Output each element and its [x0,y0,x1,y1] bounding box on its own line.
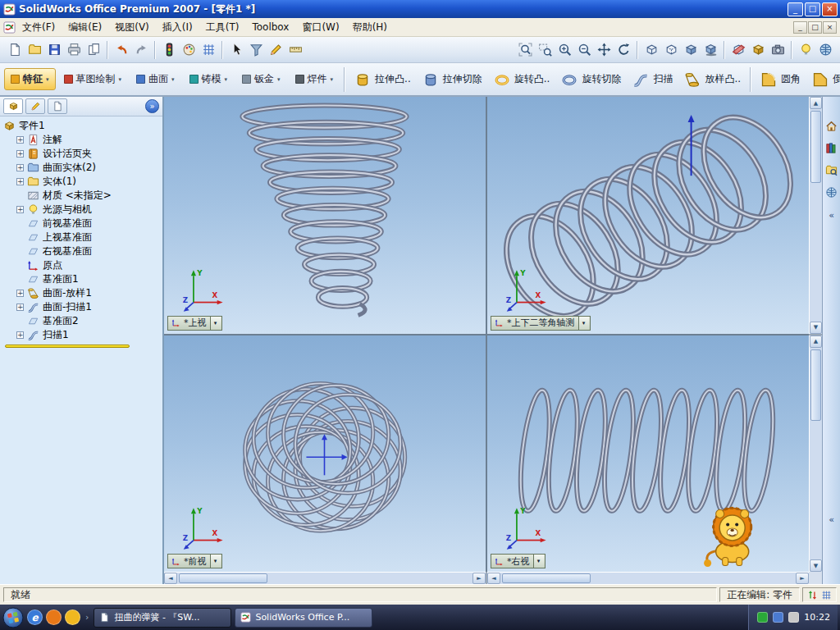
tab-molds[interactable]: 铸模 ▾ [183,68,235,90]
scrollbar-thumb[interactable] [502,573,591,583]
selection-filter[interactable] [246,40,266,60]
tree-item[interactable]: + 实体(1) [0,175,162,189]
design-library[interactable] [824,140,839,155]
tree-item[interactable]: + 基准面2 [0,314,162,328]
scroll-right-button[interactable]: ► [472,573,486,584]
select[interactable] [226,40,246,60]
scrollbar-vertical[interactable]: ▲ ▼ [809,336,822,573]
edit-color[interactable] [179,40,199,60]
minimize-button[interactable]: _ [788,2,803,16]
redo[interactable] [131,40,151,60]
tree-item[interactable]: + 注解 [0,133,162,147]
mdi-minimize-button[interactable]: _ [793,21,807,34]
internet-quick-launch[interactable]: e [27,609,43,625]
viewport-bottom-right[interactable]: X Y Z *右视 ▾ [487,336,809,573]
view-orientation[interactable] [748,40,768,60]
chevron-down-icon[interactable]: ▾ [578,317,589,330]
chamfer-button[interactable]: 倒角 [806,67,840,92]
revolved-boss-button[interactable]: 旋转凸.. [488,67,556,92]
scrollbar-thumb[interactable] [810,111,821,183]
start-button[interactable] [2,607,24,628]
tree-item[interactable]: + 前视基准面 [0,217,162,231]
tree-item[interactable]: + 原点 [0,258,162,272]
zoom-to-area[interactable] [535,40,555,60]
scrollbar-vertical[interactable]: ▲ ▼ [809,97,822,334]
tree-item[interactable]: + 曲面-放样1 [0,286,162,300]
scroll-up-button[interactable]: ▲ [810,97,822,109]
collapse-chevron[interactable]: « [829,210,834,221]
sketch[interactable] [266,40,285,60]
zoom-to-fit[interactable] [515,40,535,60]
tab-surfaces[interactable]: 曲面 ▾ [130,68,181,90]
expand-icon[interactable]: + [16,150,24,158]
tree-item[interactable]: + 曲面实体(2) [0,161,162,175]
tree-item[interactable]: + 基准面1 [0,272,162,286]
tree-item[interactable]: + 上视基准面 [0,231,162,244]
collapse-chevron-lower[interactable]: « [829,514,834,525]
chevron-down-icon[interactable]: ▾ [533,555,544,568]
new-document[interactable] [5,40,25,60]
standard-views[interactable] [815,40,835,60]
viewport-top-right[interactable]: X Y Z *上下二等角轴测 ▾ [487,97,809,334]
viewport-bottom-left[interactable]: X Y Z *前视 ▾ [164,336,486,573]
shadows-in-shaded-mode[interactable] [701,40,720,60]
search[interactable] [824,185,839,199]
chevron-down-icon[interactable]: ▾ [210,317,221,330]
menu-item[interactable]: 帮助(H) [346,18,394,37]
scrollbar-thumb[interactable] [810,349,821,422]
tree-item[interactable]: + 光源与相机 [0,203,162,217]
featuremanager-tab[interactable] [3,98,23,114]
expand-icon[interactable]: + [16,304,24,311]
sheet-icon[interactable] [821,590,832,600]
save[interactable] [44,40,64,60]
tree-root[interactable]: 零件1 [0,119,162,133]
zoom-to-selection[interactable] [574,40,594,60]
viewport-top-left[interactable]: X Y Z *上视 ▾ [164,97,486,334]
tree-item[interactable]: + 曲面-扫描1 [0,300,162,314]
tab-sheet-metal[interactable]: 钣金 ▾ [235,68,287,90]
shaded-with-edges[interactable] [681,40,701,60]
print[interactable] [64,40,84,60]
tree-item[interactable]: + 材质 <未指定> [0,189,162,203]
smart-dimension[interactable] [285,40,305,60]
pan[interactable] [594,40,614,60]
tab-weldments[interactable]: 焊件 ▾ [289,68,340,90]
mdi-close-button[interactable]: × [823,21,837,34]
propertymanager-tab[interactable] [25,98,45,114]
scroll-left-button[interactable]: ◄ [164,573,177,584]
scroll-down-button[interactable]: ▼ [810,559,822,572]
extruded-boss-button[interactable]: 拉伸凸.. [349,67,417,92]
expand-icon[interactable]: + [16,331,24,339]
quick-launch-expand-icon[interactable]: › [84,612,90,623]
tray-icon-1[interactable] [757,612,768,623]
maximize-button[interactable]: □ [805,2,820,16]
camera-views[interactable] [768,40,788,60]
rebuild[interactable] [159,40,179,60]
expand-icon[interactable]: + [16,206,24,213]
file-explorer[interactable] [824,162,839,177]
fillet-button[interactable]: 圆角 [755,67,806,92]
mdi-restore-button[interactable]: □ [808,21,822,34]
expand-icon[interactable]: + [16,290,24,297]
scrollbar-horizontal[interactable]: ◄ ► [487,572,809,584]
view-label-combo[interactable]: *右视 ▾ [491,554,546,568]
task-solidworks[interactable]: SolidWorks Office P... [235,608,372,628]
rollback-bar[interactable] [5,345,130,348]
tray-icon-3[interactable] [788,612,799,623]
sw-menu-icon[interactable] [3,21,16,34]
scroll-up-button[interactable]: ▲ [810,336,822,348]
view-label-combo[interactable]: *前视 ▾ [167,554,222,568]
hidden-lines-visible[interactable] [661,40,681,60]
solidworks-resources[interactable] [824,118,839,133]
view-label-combo[interactable]: *上下二等角轴测 ▾ [491,316,591,331]
undo[interactable] [112,40,131,60]
sweep-button[interactable]: 扫描 [627,67,678,92]
scrollbar-horizontal[interactable]: ◄ ► [164,572,486,584]
tree-item[interactable]: + 扫描1 [0,328,162,342]
wangwang-quick-launch[interactable] [65,609,80,625]
menu-item[interactable]: 工具(T) [199,18,246,37]
scrollbar-thumb[interactable] [179,573,267,583]
close-button[interactable]: × [822,2,838,16]
wireframe[interactable] [641,40,661,60]
menu-item[interactable]: 视图(V) [108,18,156,37]
